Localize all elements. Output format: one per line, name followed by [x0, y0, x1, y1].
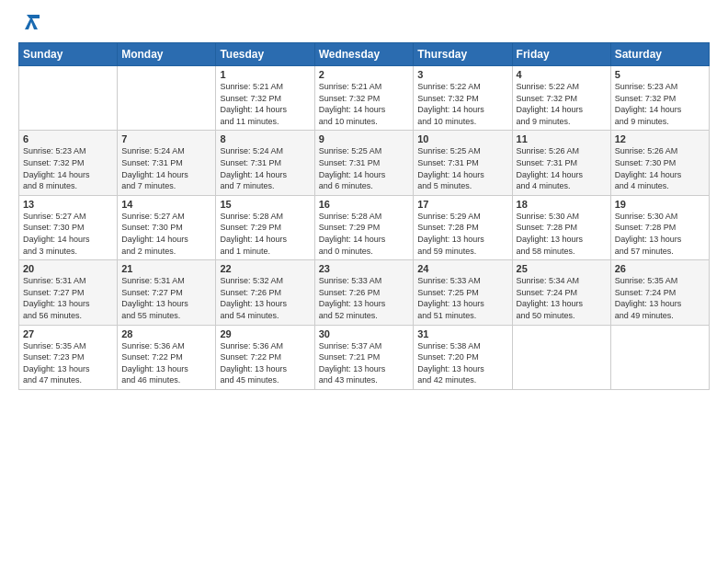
weekday-header-thursday: Thursday	[414, 43, 512, 66]
calendar-cell: 3Sunrise: 5:22 AM Sunset: 7:32 PM Daylig…	[414, 66, 512, 131]
day-info: Sunrise: 5:27 AM Sunset: 7:30 PM Dayligh…	[121, 211, 211, 257]
weekday-header-saturday: Saturday	[610, 43, 709, 66]
calendar-cell: 27Sunrise: 5:35 AM Sunset: 7:23 PM Dayli…	[19, 325, 118, 389]
calendar-cell	[610, 325, 709, 389]
weekday-header-monday: Monday	[118, 43, 216, 66]
calendar-week-5: 27Sunrise: 5:35 AM Sunset: 7:23 PM Dayli…	[19, 325, 710, 389]
day-info: Sunrise: 5:31 AM Sunset: 7:27 PM Dayligh…	[23, 275, 113, 321]
day-number: 5	[615, 69, 705, 80]
calendar-table: SundayMondayTuesdayWednesdayThursdayFrid…	[18, 42, 710, 390]
calendar-week-2: 6Sunrise: 5:23 AM Sunset: 7:32 PM Daylig…	[19, 131, 710, 195]
day-info: Sunrise: 5:28 AM Sunset: 7:29 PM Dayligh…	[220, 211, 310, 257]
calendar-cell: 5Sunrise: 5:23 AM Sunset: 7:32 PM Daylig…	[610, 66, 709, 131]
day-info: Sunrise: 5:23 AM Sunset: 7:32 PM Dayligh…	[615, 81, 705, 127]
day-info: Sunrise: 5:23 AM Sunset: 7:32 PM Dayligh…	[23, 145, 113, 191]
day-number: 12	[615, 133, 705, 144]
calendar-cell: 18Sunrise: 5:30 AM Sunset: 7:28 PM Dayli…	[512, 195, 610, 259]
calendar-cell: 9Sunrise: 5:25 AM Sunset: 7:31 PM Daylig…	[314, 131, 414, 195]
calendar-cell: 7Sunrise: 5:24 AM Sunset: 7:31 PM Daylig…	[118, 131, 216, 195]
day-info: Sunrise: 5:29 AM Sunset: 7:28 PM Dayligh…	[417, 211, 507, 257]
day-number: 4	[517, 69, 607, 80]
calendar-cell: 21Sunrise: 5:31 AM Sunset: 7:27 PM Dayli…	[118, 260, 216, 325]
day-info: Sunrise: 5:24 AM Sunset: 7:31 PM Dayligh…	[220, 145, 310, 191]
day-info: Sunrise: 5:36 AM Sunset: 7:22 PM Dayligh…	[220, 340, 310, 386]
calendar-week-1: 1Sunrise: 5:21 AM Sunset: 7:32 PM Daylig…	[19, 66, 710, 131]
day-number: 10	[417, 133, 507, 144]
day-number: 17	[417, 199, 507, 210]
day-info: Sunrise: 5:31 AM Sunset: 7:27 PM Dayligh…	[121, 275, 211, 321]
calendar-week-4: 20Sunrise: 5:31 AM Sunset: 7:27 PM Dayli…	[19, 260, 710, 325]
day-number: 24	[417, 263, 507, 274]
calendar-cell: 12Sunrise: 5:26 AM Sunset: 7:30 PM Dayli…	[610, 131, 709, 195]
logo-icon	[21, 13, 41, 33]
calendar-cell: 31Sunrise: 5:38 AM Sunset: 7:20 PM Dayli…	[414, 325, 512, 389]
calendar-cell: 28Sunrise: 5:36 AM Sunset: 7:22 PM Dayli…	[118, 325, 216, 389]
calendar-cell: 26Sunrise: 5:35 AM Sunset: 7:24 PM Dayli…	[610, 260, 709, 325]
day-number: 20	[23, 263, 113, 274]
calendar-cell: 17Sunrise: 5:29 AM Sunset: 7:28 PM Dayli…	[414, 195, 512, 259]
calendar-cell: 2Sunrise: 5:21 AM Sunset: 7:32 PM Daylig…	[314, 66, 414, 131]
calendar-cell	[118, 66, 216, 131]
svg-marker-0	[25, 17, 38, 29]
day-info: Sunrise: 5:28 AM Sunset: 7:29 PM Dayligh…	[319, 211, 410, 257]
day-info: Sunrise: 5:30 AM Sunset: 7:28 PM Dayligh…	[615, 211, 705, 257]
day-number: 15	[220, 199, 310, 210]
calendar-cell: 1Sunrise: 5:21 AM Sunset: 7:32 PM Daylig…	[216, 66, 314, 131]
day-info: Sunrise: 5:21 AM Sunset: 7:32 PM Dayligh…	[220, 81, 310, 127]
day-info: Sunrise: 5:26 AM Sunset: 7:30 PM Dayligh…	[615, 145, 705, 191]
day-number: 8	[220, 133, 310, 144]
day-info: Sunrise: 5:33 AM Sunset: 7:26 PM Dayligh…	[319, 275, 410, 321]
day-number: 14	[121, 199, 211, 210]
day-info: Sunrise: 5:24 AM Sunset: 7:31 PM Dayligh…	[121, 145, 211, 191]
day-number: 28	[121, 328, 211, 339]
day-number: 23	[319, 263, 410, 274]
day-number: 11	[517, 133, 607, 144]
calendar-cell: 15Sunrise: 5:28 AM Sunset: 7:29 PM Dayli…	[216, 195, 314, 259]
calendar-cell: 22Sunrise: 5:32 AM Sunset: 7:26 PM Dayli…	[216, 260, 314, 325]
calendar-cell	[19, 66, 118, 131]
day-number: 3	[417, 69, 507, 80]
day-info: Sunrise: 5:32 AM Sunset: 7:26 PM Dayligh…	[220, 275, 310, 321]
day-number: 1	[220, 69, 310, 80]
day-info: Sunrise: 5:25 AM Sunset: 7:31 PM Dayligh…	[319, 145, 410, 191]
weekday-header-tuesday: Tuesday	[216, 43, 314, 66]
logo	[18, 15, 41, 33]
day-info: Sunrise: 5:36 AM Sunset: 7:22 PM Dayligh…	[121, 340, 211, 386]
calendar-cell: 4Sunrise: 5:22 AM Sunset: 7:32 PM Daylig…	[512, 66, 610, 131]
day-number: 25	[517, 263, 607, 274]
calendar-cell: 30Sunrise: 5:37 AM Sunset: 7:21 PM Dayli…	[314, 325, 414, 389]
day-number: 2	[319, 69, 410, 80]
day-info: Sunrise: 5:37 AM Sunset: 7:21 PM Dayligh…	[319, 340, 410, 386]
day-number: 22	[220, 263, 310, 274]
calendar-cell: 16Sunrise: 5:28 AM Sunset: 7:29 PM Dayli…	[314, 195, 414, 259]
calendar-cell: 29Sunrise: 5:36 AM Sunset: 7:22 PM Dayli…	[216, 325, 314, 389]
day-info: Sunrise: 5:27 AM Sunset: 7:30 PM Dayligh…	[23, 211, 113, 257]
day-number: 31	[417, 328, 507, 339]
day-info: Sunrise: 5:34 AM Sunset: 7:24 PM Dayligh…	[517, 275, 607, 321]
day-info: Sunrise: 5:21 AM Sunset: 7:32 PM Dayligh…	[319, 81, 410, 127]
day-number: 7	[121, 133, 211, 144]
day-number: 19	[615, 199, 705, 210]
day-number: 6	[23, 133, 113, 144]
calendar-cell: 6Sunrise: 5:23 AM Sunset: 7:32 PM Daylig…	[19, 131, 118, 195]
page: SundayMondayTuesdayWednesdayThursdayFrid…	[0, 0, 728, 399]
calendar-cell: 13Sunrise: 5:27 AM Sunset: 7:30 PM Dayli…	[19, 195, 118, 259]
day-number: 16	[319, 199, 410, 210]
day-info: Sunrise: 5:33 AM Sunset: 7:25 PM Dayligh…	[417, 275, 507, 321]
calendar-cell: 8Sunrise: 5:24 AM Sunset: 7:31 PM Daylig…	[216, 131, 314, 195]
day-info: Sunrise: 5:22 AM Sunset: 7:32 PM Dayligh…	[417, 81, 507, 127]
day-info: Sunrise: 5:30 AM Sunset: 7:28 PM Dayligh…	[517, 211, 607, 257]
day-number: 13	[23, 199, 113, 210]
day-info: Sunrise: 5:26 AM Sunset: 7:31 PM Dayligh…	[517, 145, 607, 191]
calendar-cell: 25Sunrise: 5:34 AM Sunset: 7:24 PM Dayli…	[512, 260, 610, 325]
calendar-week-3: 13Sunrise: 5:27 AM Sunset: 7:30 PM Dayli…	[19, 195, 710, 259]
day-number: 18	[517, 199, 607, 210]
day-info: Sunrise: 5:25 AM Sunset: 7:31 PM Dayligh…	[417, 145, 507, 191]
svg-marker-1	[27, 15, 40, 18]
calendar-cell: 11Sunrise: 5:26 AM Sunset: 7:31 PM Dayli…	[512, 131, 610, 195]
day-number: 9	[319, 133, 410, 144]
day-number: 27	[23, 328, 113, 339]
calendar-cell: 19Sunrise: 5:30 AM Sunset: 7:28 PM Dayli…	[610, 195, 709, 259]
weekday-header-sunday: Sunday	[19, 43, 118, 66]
calendar-cell: 23Sunrise: 5:33 AM Sunset: 7:26 PM Dayli…	[314, 260, 414, 325]
